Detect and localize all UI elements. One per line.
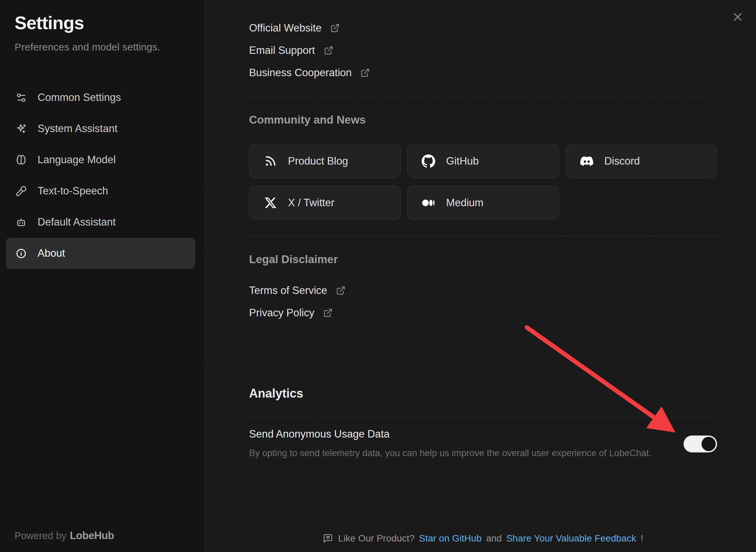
- sidebar-item-label: Text-to-Speech: [38, 185, 108, 197]
- privacy-policy-link[interactable]: Privacy Policy: [249, 305, 333, 321]
- page-subtitle: Preferences and model settings.: [15, 41, 160, 53]
- product-blog-button[interactable]: Product Blog: [249, 144, 401, 178]
- sidebar-item-system-assistant[interactable]: System Assistant: [6, 113, 195, 144]
- powered-by: Powered byLobeHub: [15, 530, 114, 542]
- contact-section-title-clipped: Contact Us: [249, 0, 717, 3]
- external-link-icon: [323, 308, 333, 318]
- footer-text: !: [641, 533, 643, 544]
- external-link-icon: [324, 46, 333, 55]
- sliders-icon: [15, 92, 27, 103]
- business-cooperation-link[interactable]: Business Cooperation: [249, 65, 370, 81]
- brain-icon: [15, 154, 27, 166]
- sidebar-item-common-settings[interactable]: Common Settings: [6, 82, 195, 113]
- community-buttons: Product Blog GitHub Discord X / Twitter …: [249, 144, 717, 220]
- community-section-title: Community and News: [249, 112, 717, 128]
- terms-of-service-link[interactable]: Terms of Service: [249, 283, 346, 298]
- sidebar-item-language-model[interactable]: Language Model: [6, 144, 195, 175]
- sidebar-item-default-assistant[interactable]: Default Assistant: [6, 207, 195, 238]
- sidebar-item-about[interactable]: About: [6, 238, 195, 269]
- legal-section-title: Legal Disclaimer: [249, 252, 717, 267]
- discord-button[interactable]: Discord: [565, 144, 717, 178]
- info-icon: [15, 248, 27, 259]
- star-on-github-link[interactable]: Star on GitHub: [419, 533, 482, 544]
- send-usage-data-toggle[interactable]: [684, 436, 717, 452]
- toggle-knob: [702, 437, 716, 451]
- setting-label: Send Anonymous Usage Data: [249, 427, 651, 442]
- github-icon: [422, 154, 435, 168]
- footer-text: Like Our Product?: [338, 533, 415, 544]
- message-heart-icon: [323, 533, 333, 544]
- x-twitter-icon: [264, 196, 277, 210]
- discord-icon: [580, 154, 594, 168]
- sidebar-item-label: Common Settings: [38, 91, 121, 104]
- settings-nav: Common Settings System Assistant Languag…: [6, 82, 195, 269]
- sidebar-item-label: Default Assistant: [38, 216, 116, 228]
- github-button[interactable]: GitHub: [407, 144, 559, 178]
- analytics-section-title: Analytics: [249, 385, 717, 402]
- analytics-setting-row: Send Anonymous Usage Data By opting to s…: [249, 427, 717, 460]
- external-link-icon: [336, 286, 346, 295]
- share-feedback-link[interactable]: Share Your Valuable Feedback: [506, 533, 636, 544]
- external-link-icon: [360, 68, 370, 78]
- official-website-link[interactable]: Official Website: [249, 20, 340, 36]
- medium-button[interactable]: Medium: [407, 186, 559, 220]
- sparkles-icon: [15, 123, 27, 134]
- mic-icon: [15, 185, 27, 197]
- powered-by-text: Powered by: [15, 530, 66, 541]
- bot-icon: [15, 216, 27, 228]
- lobehub-logo[interactable]: LobeHub: [70, 530, 114, 542]
- email-support-link[interactable]: Email Support: [249, 43, 333, 58]
- sidebar-item-label: About: [38, 247, 65, 259]
- settings-sidebar: Settings Preferences and model settings.…: [0, 0, 205, 552]
- sidebar-item-label: Language Model: [38, 154, 116, 166]
- contact-title: Contact Us: [249, 0, 717, 2]
- setting-text: Send Anonymous Usage Data By opting to s…: [249, 427, 651, 460]
- external-link-icon: [330, 23, 340, 33]
- sidebar-item-label: System Assistant: [38, 123, 117, 135]
- x-twitter-button[interactable]: X / Twitter: [249, 186, 401, 220]
- section-divider: [249, 236, 717, 236]
- grid-spacer: [565, 186, 717, 220]
- close-button[interactable]: [730, 9, 746, 25]
- section-divider: [249, 417, 717, 418]
- setting-description: By opting to send telemetry data, you ca…: [249, 447, 651, 460]
- medium-icon: [422, 196, 435, 210]
- product-footer: Like Our Product? Star on GitHub and Sha…: [249, 533, 717, 544]
- close-icon: [731, 10, 744, 23]
- section-divider: [249, 97, 717, 98]
- about-panel: Contact Us Official Website Email Suppor…: [206, 0, 756, 552]
- rss-icon: [264, 154, 277, 168]
- sidebar-item-text-to-speech[interactable]: Text-to-Speech: [6, 175, 195, 207]
- page-title: Settings: [15, 12, 84, 33]
- footer-text: and: [486, 533, 502, 544]
